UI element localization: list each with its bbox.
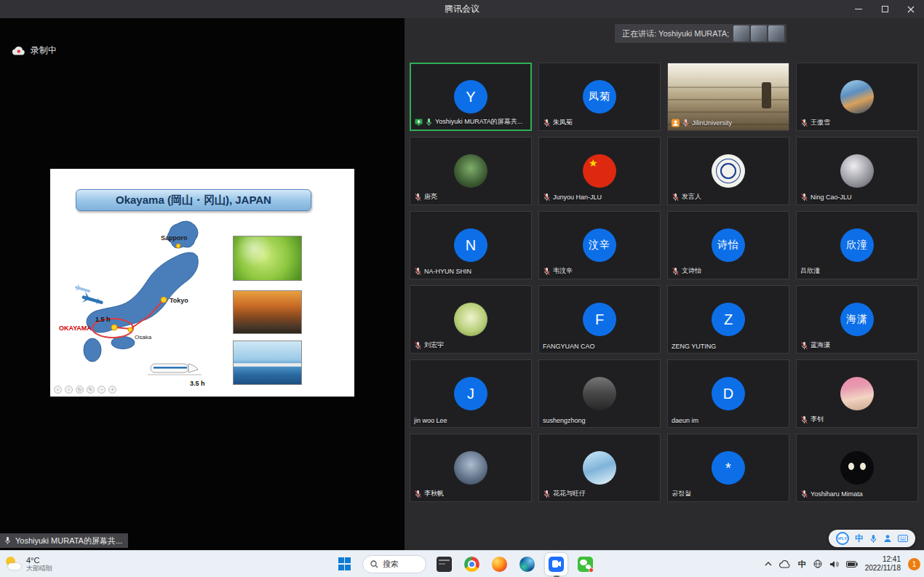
ime-keyboard-icon[interactable] bbox=[898, 535, 908, 542]
app-icon-tencent-meeting-active[interactable] bbox=[545, 553, 567, 576]
participant-name: Yoshiyuki MURATA的屏幕共... bbox=[435, 117, 522, 127]
app-icon-file-explorer[interactable] bbox=[434, 554, 454, 574]
participant-name-row: 공정철 bbox=[672, 489, 691, 498]
mic-muted-icon bbox=[543, 267, 551, 276]
taskbar-weather[interactable]: 4°C 大部晴朗 bbox=[4, 551, 52, 577]
avatar-photo-melon bbox=[454, 303, 487, 336]
battery-icon[interactable] bbox=[846, 561, 858, 568]
ime-toolbar[interactable]: iFLY 中 bbox=[829, 530, 915, 547]
avatar-initials: 诗怡 bbox=[712, 228, 745, 262]
taskbar-search[interactable]: 搜索 bbox=[362, 555, 426, 573]
app-icon-wechat[interactable] bbox=[575, 554, 595, 574]
participant-name: jin woo Lee bbox=[414, 417, 447, 424]
speaking-avatar-thumb bbox=[733, 25, 749, 41]
participant-tile[interactable]: ★Junyou Han-JLU bbox=[538, 137, 661, 205]
taskbar: 4°C 大部晴朗 搜索 bbox=[0, 550, 924, 577]
participant-tile[interactable]: JilinUniversity bbox=[667, 63, 789, 131]
participant-tile[interactable]: 刘宏宇 bbox=[410, 285, 532, 354]
slide-controls: ‹›↻✎−+ bbox=[54, 386, 116, 394]
participant-tile[interactable]: 欣潼吕欣潼 bbox=[796, 211, 918, 279]
taskbar-clock[interactable]: 12:41 2022/11/18 bbox=[865, 555, 901, 573]
participant-tile[interactable]: 汶辛韦汶辛 bbox=[538, 211, 661, 279]
participant-tile[interactable]: 发言人 bbox=[667, 137, 789, 205]
participant-name: 文诗怡 bbox=[682, 266, 701, 276]
participant-tile[interactable]: 王傲雪 bbox=[796, 63, 918, 131]
mic-muted-icon bbox=[414, 267, 422, 276]
japan-map: Sapporo Tokyo OKAYAMA Osaka 1.5 h 3.5 h bbox=[55, 214, 229, 393]
app-icon-firefox[interactable] bbox=[490, 554, 509, 574]
slide-control: + bbox=[108, 386, 116, 394]
participant-name: 刘宏宇 bbox=[424, 341, 444, 350]
tray-chevron-up-icon[interactable] bbox=[765, 561, 772, 567]
slide-control: ↻ bbox=[76, 386, 84, 394]
mic-muted-icon bbox=[672, 193, 680, 202]
tray-cloud-icon[interactable] bbox=[779, 560, 791, 568]
participant-name: Yoshiharu Mimata bbox=[811, 490, 863, 498]
map-label-tokyo: Tokyo bbox=[170, 297, 188, 304]
participant-tile[interactable]: Yoshiharu Mimata bbox=[796, 434, 918, 502]
participant-name: 공정철 bbox=[672, 489, 691, 498]
screen-share-indicator[interactable]: Yoshiyuki MURATA的屏幕共... bbox=[0, 533, 128, 548]
participant-tile[interactable]: 花花与旺仔 bbox=[538, 434, 661, 502]
maximize-button[interactable] bbox=[872, 0, 898, 18]
participant-name-row: 刘宏宇 bbox=[414, 341, 444, 350]
participant-name-row: 韦汶辛 bbox=[543, 266, 573, 276]
participant-tile[interactable]: NNA-HYUN SHIN bbox=[410, 211, 532, 279]
participant-name: 李秋帆 bbox=[424, 489, 444, 498]
chrome-icon bbox=[464, 557, 479, 572]
map-label-sapporo: Sapporo bbox=[161, 234, 188, 242]
tray-date: 2022/11/18 bbox=[865, 564, 901, 573]
avatar-initials: J bbox=[454, 377, 487, 410]
participant-tile[interactable]: Ddaeun im bbox=[667, 359, 789, 428]
share-indicator-label: Yoshiyuki MURATA的屏幕共... bbox=[15, 536, 122, 546]
participant-tile[interactable]: 海潇蓝海潇 bbox=[796, 285, 918, 354]
airplane-icon bbox=[81, 291, 105, 309]
mic-muted-icon bbox=[800, 119, 808, 127]
participant-tile[interactable]: 李钊 bbox=[796, 359, 918, 428]
avatar-photo-anime bbox=[583, 451, 616, 485]
close-button[interactable] bbox=[898, 0, 924, 18]
participant-tile[interactable]: 唐亮 bbox=[410, 137, 532, 205]
slide-title: Okayama (岡山・冈山), JAPAN bbox=[76, 189, 311, 211]
edge-icon bbox=[519, 557, 535, 572]
shared-screen-area: 录制中 Okayama (岡山・冈山), JAPAN bbox=[0, 18, 405, 550]
firefox-icon bbox=[492, 557, 507, 572]
app-icon-chrome[interactable] bbox=[462, 554, 482, 574]
app-icon-edge[interactable] bbox=[517, 554, 537, 574]
participant-tile[interactable]: 凤菊朱凤菊 bbox=[538, 63, 661, 131]
participant-tile[interactable]: 诗怡文诗怡 bbox=[667, 211, 789, 279]
participant-tile[interactable]: sushengzhong bbox=[538, 359, 661, 428]
participant-tile[interactable]: Jjin woo Lee bbox=[410, 359, 532, 428]
ifly-logo[interactable]: iFLY bbox=[836, 532, 849, 545]
avatar-photo-person bbox=[583, 377, 616, 410]
windows-logo-icon bbox=[338, 557, 351, 570]
participant-tile[interactable]: Ning Cao-JLU bbox=[796, 137, 918, 205]
ime-user-icon[interactable] bbox=[883, 534, 892, 543]
recording-indicator[interactable]: 录制中 bbox=[12, 44, 57, 57]
avatar-photo-mountain bbox=[840, 80, 874, 114]
map-label-osaka: Osaka bbox=[135, 334, 152, 341]
wechat-icon bbox=[578, 557, 593, 572]
participant-tile[interactable]: FFANGYUAN CAO bbox=[538, 285, 661, 354]
participant-name-row: Yoshiharu Mimata bbox=[800, 490, 863, 498]
participant-tile[interactable]: 李秋帆 bbox=[410, 434, 532, 502]
avatar-photo-seal bbox=[712, 154, 745, 188]
participant-tile[interactable]: ZZENG YUTING bbox=[667, 285, 789, 354]
ime-mic-icon[interactable] bbox=[869, 534, 877, 544]
input-method-indicator[interactable]: 中 bbox=[798, 559, 806, 570]
minimize-button[interactable] bbox=[845, 0, 872, 18]
participant-tile[interactable]: *공정철 bbox=[667, 434, 789, 502]
volume-icon[interactable] bbox=[829, 560, 839, 568]
notification-badge[interactable]: 1 bbox=[908, 558, 920, 570]
airplane-icon-2 bbox=[74, 283, 92, 295]
avatar-initials: D bbox=[712, 377, 745, 410]
ime-input-mode[interactable]: 中 bbox=[855, 533, 864, 545]
avatar-photo-darkeyes bbox=[840, 451, 874, 485]
mic-muted-icon bbox=[543, 119, 551, 127]
meeting-camera-icon bbox=[549, 557, 564, 572]
participant-name: Junyou Han-JLU bbox=[553, 194, 602, 201]
participant-name: FANGYUAN CAO bbox=[543, 343, 595, 350]
start-button[interactable] bbox=[335, 554, 354, 574]
network-icon[interactable] bbox=[813, 560, 822, 568]
participant-tile[interactable]: YYoshiyuki MURATA的屏幕共... bbox=[410, 63, 532, 131]
